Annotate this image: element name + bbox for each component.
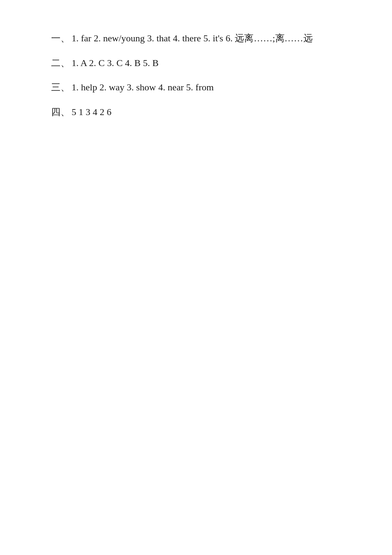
section-1: 一、 1. far 2. new/young 3. that 4. there … <box>51 30 341 47</box>
section-3-label: 三、 <box>51 79 70 96</box>
section-2-label: 二、 <box>51 55 70 72</box>
section-1-content: 1. far 2. new/young 3. that 4. there 5. … <box>72 30 313 47</box>
page-content: 一、 1. far 2. new/young 3. that 4. there … <box>51 30 341 120</box>
section-4-content: 5 1 3 4 2 6 <box>72 104 112 121</box>
section-3: 三、 1. help 2. way 3. show 4. near 5. fro… <box>51 79 341 96</box>
section-1-label: 一、 <box>51 30 70 47</box>
section-3-content: 1. help 2. way 3. show 4. near 5. from <box>72 79 214 96</box>
section-4-label: 四、 <box>51 104 70 121</box>
section-2: 二、 1. A 2. C 3. C 4. B 5. B <box>51 55 341 72</box>
section-2-content: 1. A 2. C 3. C 4. B 5. B <box>72 55 159 72</box>
section-4: 四、 5 1 3 4 2 6 <box>51 104 341 121</box>
